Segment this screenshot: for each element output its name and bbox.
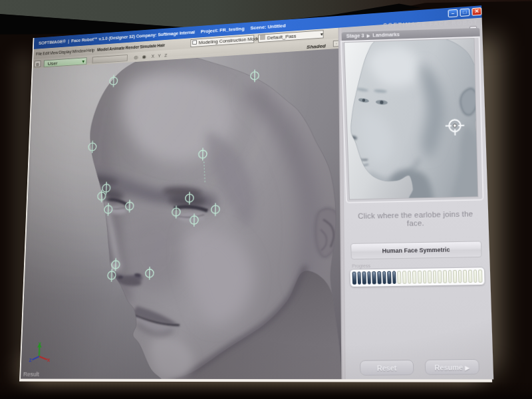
svg-text:X: X [47, 357, 51, 362]
svg-text:Y: Y [39, 341, 42, 346]
svg-text:Z: Z [29, 357, 33, 362]
svg-text:Result: Result [23, 371, 40, 378]
